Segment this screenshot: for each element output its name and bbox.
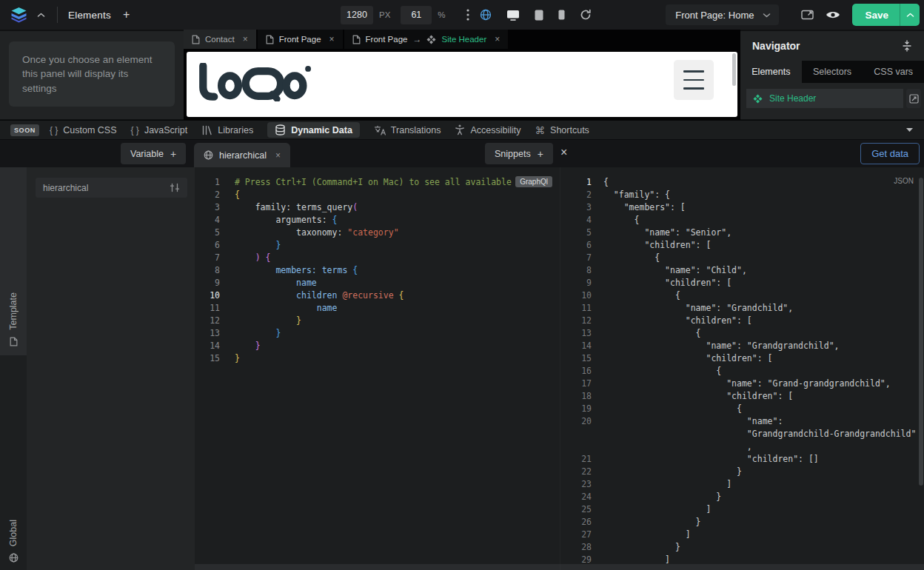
add-variable-button[interactable]: Variable + [121, 143, 186, 164]
code-line: 6 "children": [ [560, 239, 924, 252]
json-result-viewer[interactable]: 1{2 "family": {3 "members": [4 {5 "name"… [560, 167, 924, 570]
code-text: } [603, 466, 742, 478]
code-text: ] [603, 478, 732, 491]
collapse-panel-icon[interactable] [902, 40, 912, 52]
code-text: "name": "Child", [603, 264, 747, 277]
close-tab-button[interactable]: × [495, 34, 500, 44]
desktop-device-icon[interactable] [506, 10, 520, 21]
toolbar-item-shortcuts[interactable]: ⌘Shortcuts [535, 124, 589, 136]
close-tab-button[interactable]: × [275, 150, 281, 161]
zoom-input[interactable] [401, 6, 432, 24]
code-line: 5 taxonomy: "category" [195, 227, 560, 239]
line-number: 9 [560, 277, 592, 289]
line-number: 16 [560, 365, 592, 378]
line-number: 5 [560, 227, 592, 239]
result-code: 1{2 "family": {3 "members": [4 {5 "name"… [560, 167, 924, 566]
kebab-menu-icon[interactable] [466, 9, 469, 21]
query-tab-label: hierarchical [219, 150, 267, 161]
arrow-right-icon: → [412, 34, 421, 44]
refresh-icon[interactable] [580, 9, 592, 21]
graphql-query-editor[interactable]: 1# Press Ctrl+I (Command+I on Mac) to se… [195, 167, 560, 570]
close-panel-button[interactable]: × [560, 146, 567, 159]
line-number: 9 [195, 277, 220, 289]
line-number: 3 [560, 201, 592, 214]
navigator-item-site-header[interactable]: Site Header [746, 89, 903, 108]
hamburger-line [683, 70, 704, 73]
line-number: 10 [195, 289, 220, 302]
scope-tab-template[interactable]: Template [0, 167, 27, 355]
elements-label: Elements [68, 10, 111, 21]
toolbar-chevron-down-icon[interactable] [905, 127, 914, 133]
tablet-device-icon[interactable] [535, 10, 543, 21]
command-icon: ⌘ [535, 124, 546, 136]
features-toolbar: SOON { }Custom CSS{ }JavaScriptLibraries… [0, 120, 924, 140]
preview-tab-strip: Contact×Front Page×Front Page→Site Heade… [184, 30, 740, 49]
code-text: "children": [ [603, 277, 732, 289]
toolbar-item-custom-css[interactable]: { }Custom CSS [50, 125, 117, 135]
toolbar-item-libraries[interactable]: Libraries [201, 125, 253, 135]
code-line: 22 } [560, 466, 924, 478]
line-number: 21 [560, 453, 592, 466]
line-number: 14 [195, 340, 220, 352]
add-element-button[interactable]: + [123, 8, 130, 21]
code-text: { [603, 252, 660, 264]
hamburger-menu-button[interactable] [674, 60, 714, 100]
code-line: 15} [195, 352, 560, 365]
code-text: name [235, 302, 337, 315]
preview-eye-icon[interactable] [826, 10, 840, 20]
code-text: members: terms { [235, 264, 358, 277]
scope-tab-global[interactable]: Global [0, 481, 27, 570]
add-snippet-button[interactable]: Snippets + [485, 143, 553, 164]
preview-tab[interactable]: Front Page× [258, 30, 343, 49]
navigator-tab-selectors[interactable]: Selectors [802, 61, 863, 83]
navigator-tab-elements[interactable]: Elements [740, 61, 802, 83]
app-logo-icon[interactable] [10, 7, 28, 23]
sliders-icon[interactable] [170, 183, 180, 192]
braces-icon: { } [131, 125, 139, 135]
get-data-button[interactable]: Get data [860, 143, 920, 164]
code-text: ] [603, 529, 691, 541]
horizontal-scrollbar[interactable] [195, 564, 924, 570]
preview-tab[interactable]: Contact× [184, 30, 256, 49]
result-scrollbar[interactable] [919, 178, 923, 486]
code-text: "children": [ [603, 315, 752, 327]
graphql-badge: GraphQl [515, 176, 552, 187]
page-selector-value: Front Page: Home [675, 10, 754, 21]
code-line: 6 } [195, 239, 560, 252]
divider [57, 7, 58, 23]
code-text: } [603, 541, 680, 554]
navigator-panel: Navigator ElementsSelectorsCSS vars Site… [740, 31, 924, 119]
preview-scrollbar[interactable] [732, 53, 736, 86]
close-tab-button[interactable]: × [243, 34, 248, 44]
get-data-label: Get data [871, 148, 908, 159]
variable-button-label: Variable [130, 149, 164, 159]
phone-device-icon[interactable] [558, 10, 565, 20]
toolbar-item-javascript[interactable]: { }JavaScript [131, 125, 188, 135]
line-number: 22 [560, 466, 592, 478]
globe-icon[interactable] [480, 9, 492, 21]
save-button[interactable]: Save [852, 4, 920, 26]
toolbar-item-accessibility[interactable]: Accessibility [455, 124, 520, 135]
chevron-up-icon[interactable] [37, 13, 45, 18]
code-line: 15 "children": [ [560, 352, 924, 365]
open-frame-button[interactable] [906, 89, 921, 108]
fullscreen-icon[interactable] [801, 10, 814, 20]
element-diamond-icon [426, 35, 436, 44]
viewport-width-input[interactable] [341, 6, 373, 24]
close-tab-button[interactable]: × [329, 34, 335, 44]
page-selector-dropdown[interactable]: Front Page: Home [666, 4, 779, 25]
save-options-chevron-icon[interactable] [900, 13, 920, 18]
preview-canvas[interactable] [187, 52, 737, 117]
code-line: 27 ] [560, 529, 924, 541]
code-line: 12 } [195, 315, 560, 327]
line-number: 26 [560, 516, 592, 529]
line-number: 1 [195, 176, 220, 189]
toolbar-item-dynamic-data[interactable]: Dynamic Data [267, 122, 360, 138]
code-text: { [603, 289, 680, 302]
navigator-tab-css-vars[interactable]: CSS vars [863, 61, 924, 83]
variable-list-item[interactable]: hierarchical [36, 178, 187, 198]
toolbar-item-translations[interactable]: Translations [374, 125, 441, 135]
query-tab-hierarchical[interactable]: hierarchical × [194, 143, 290, 167]
preview-tab[interactable]: Front Page→Site Header× [344, 30, 509, 49]
line-number: 4 [560, 214, 592, 227]
